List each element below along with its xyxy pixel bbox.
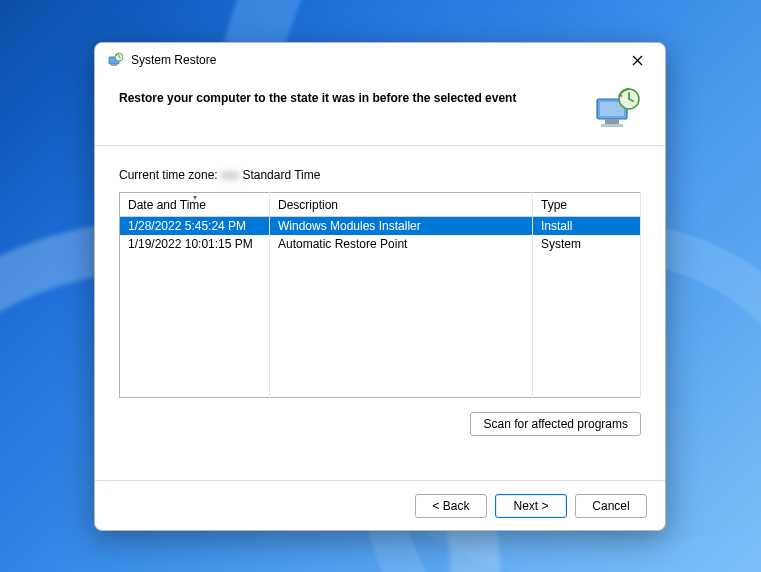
column-header-type-label: Type: [541, 198, 567, 212]
restore-points-table[interactable]: Date and Time ▾ Description Type 1/28/20…: [119, 192, 641, 398]
column-header-description-label: Description: [278, 198, 338, 212]
window-title: System Restore: [131, 53, 617, 67]
table-header-row: Date and Time ▾ Description Type: [120, 193, 641, 217]
cell-type: System: [533, 235, 641, 253]
restore-points-tbody: 1/28/2022 5:45:24 PM Windows Modules Ins…: [120, 217, 641, 398]
svg-rect-7: [605, 119, 619, 124]
titlebar[interactable]: System Restore: [95, 43, 665, 77]
back-button[interactable]: < Back: [415, 494, 487, 518]
cancel-button[interactable]: Cancel: [575, 494, 647, 518]
cell-datetime: 1/28/2022 5:45:24 PM: [120, 217, 270, 236]
wizard-header: Restore your computer to the state it wa…: [95, 77, 665, 146]
table-row-empty: [120, 253, 641, 271]
close-button[interactable]: [617, 47, 657, 73]
table-row[interactable]: 1/28/2022 5:45:24 PM Windows Modules Ins…: [120, 217, 641, 236]
timezone-obscured-name: xxx: [221, 168, 239, 182]
svg-rect-1: [111, 64, 117, 66]
timezone-prefix: Current time zone:: [119, 168, 221, 182]
timezone-suffix: Standard Time: [239, 168, 320, 182]
table-row-empty: [120, 325, 641, 343]
scan-affected-programs-button[interactable]: Scan for affected programs: [470, 412, 641, 436]
table-row-empty: [120, 271, 641, 289]
wizard-footer: < Back Next > Cancel: [95, 480, 665, 530]
table-row-empty: [120, 307, 641, 325]
column-header-datetime[interactable]: Date and Time ▾: [120, 193, 270, 217]
page-title: Restore your computer to the state it wa…: [119, 87, 593, 105]
svg-rect-8: [601, 124, 623, 127]
table-row-empty: [120, 361, 641, 379]
system-restore-window: System Restore Restore your computer to …: [94, 42, 666, 531]
cell-description: Windows Modules Installer: [270, 217, 533, 236]
close-icon: [632, 55, 643, 66]
column-header-type[interactable]: Type: [533, 193, 641, 217]
table-row-empty: [120, 343, 641, 361]
table-row-empty: [120, 379, 641, 397]
table-row[interactable]: 1/19/2022 10:01:15 PM Automatic Restore …: [120, 235, 641, 253]
wizard-body: Current time zone: xxx Standard Time Dat…: [95, 146, 665, 480]
cell-type: Install: [533, 217, 641, 236]
sort-descending-icon: ▾: [193, 194, 197, 202]
current-timezone-label: Current time zone: xxx Standard Time: [119, 168, 641, 182]
cell-datetime: 1/19/2022 10:01:15 PM: [120, 235, 270, 253]
system-restore-large-icon: [593, 87, 641, 129]
next-button[interactable]: Next >: [495, 494, 567, 518]
system-restore-icon: [107, 52, 123, 68]
table-row-empty: [120, 289, 641, 307]
column-header-description[interactable]: Description: [270, 193, 533, 217]
cell-description: Automatic Restore Point: [270, 235, 533, 253]
